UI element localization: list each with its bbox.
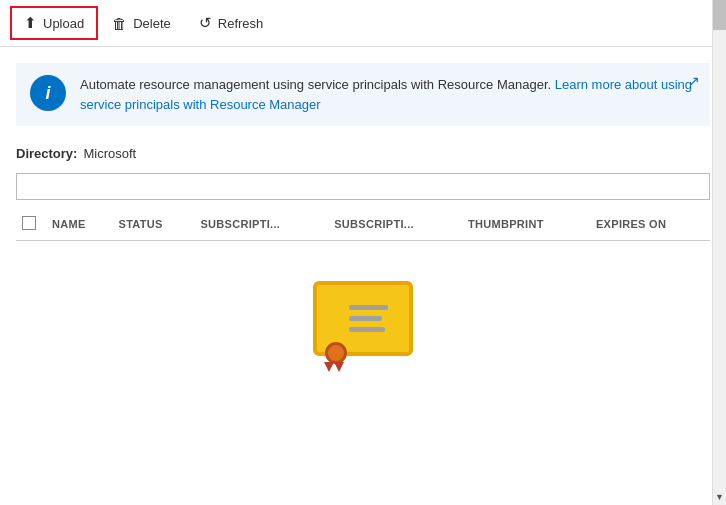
select-all-checkbox[interactable] <box>22 216 36 230</box>
col-header-subscription1: SUBSCRIPTI... <box>194 208 328 241</box>
col-header-checkbox <box>16 208 46 241</box>
cert-seal <box>322 342 350 370</box>
external-link-icon[interactable]: ↗ <box>688 73 700 89</box>
seal-ribbon-right <box>334 362 344 372</box>
directory-label: Directory: <box>16 146 77 161</box>
info-icon: i <box>30 75 66 111</box>
scrollbar-thumb[interactable] <box>713 0 726 30</box>
upload-button[interactable]: ⬆ Upload <box>12 8 96 38</box>
seal-ribbon-left <box>324 362 334 372</box>
col-header-thumbprint: THUMBPRINT <box>462 208 590 241</box>
col-header-expires: EXPIRES ON <box>590 208 710 241</box>
refresh-label: Refresh <box>218 16 264 31</box>
cert-line-1 <box>349 305 388 310</box>
certificates-table-container: NAME STATUS SUBSCRIPTI... SUBSCRIPTI... … <box>0 208 726 241</box>
upload-label: Upload <box>43 16 84 31</box>
cert-line-3 <box>349 327 385 332</box>
delete-button[interactable]: 🗑 Delete <box>100 9 183 38</box>
directory-value: Microsoft <box>83 146 136 161</box>
seal-circle <box>325 342 347 364</box>
refresh-button[interactable]: ↺ Refresh <box>187 8 276 38</box>
scrollbar-arrow-down[interactable]: ▼ <box>713 489 726 505</box>
info-banner: i Automate resource management using ser… <box>16 63 710 126</box>
upload-icon: ⬆ <box>24 14 37 32</box>
empty-state <box>0 241 726 386</box>
col-header-name: NAME <box>46 208 113 241</box>
info-text-before-link: Automate resource management using servi… <box>80 77 555 92</box>
refresh-icon: ↺ <box>199 14 212 32</box>
delete-label: Delete <box>133 16 171 31</box>
scrollbar[interactable]: ▲ ▼ <box>712 0 726 505</box>
info-text: Automate resource management using servi… <box>80 75 696 114</box>
col-header-subscription2: SUBSCRIPTI... <box>328 208 462 241</box>
cert-line-2 <box>349 316 382 321</box>
col-header-status: STATUS <box>113 208 195 241</box>
delete-icon: 🗑 <box>112 15 127 32</box>
certificates-table: NAME STATUS SUBSCRIPTI... SUBSCRIPTI... … <box>16 208 710 241</box>
search-row <box>0 169 726 208</box>
search-input[interactable] <box>16 173 710 200</box>
table-header-row: NAME STATUS SUBSCRIPTI... SUBSCRIPTI... … <box>16 208 710 241</box>
directory-row: Directory: Microsoft <box>0 138 726 169</box>
toolbar: ⬆ Upload 🗑 Delete ↺ Refresh <box>0 0 726 47</box>
certificate-icon <box>308 281 418 366</box>
